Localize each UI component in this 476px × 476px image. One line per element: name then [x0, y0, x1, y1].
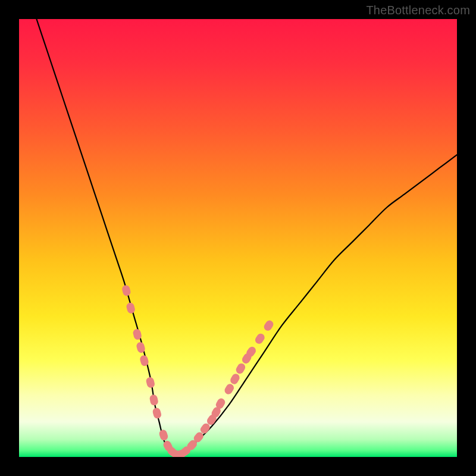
chart-frame: TheBottleneck.com — [0, 0, 476, 476]
watermark-text: TheBottleneck.com — [366, 4, 470, 17]
chart-svg — [19, 19, 457, 457]
plot-area — [19, 19, 457, 457]
